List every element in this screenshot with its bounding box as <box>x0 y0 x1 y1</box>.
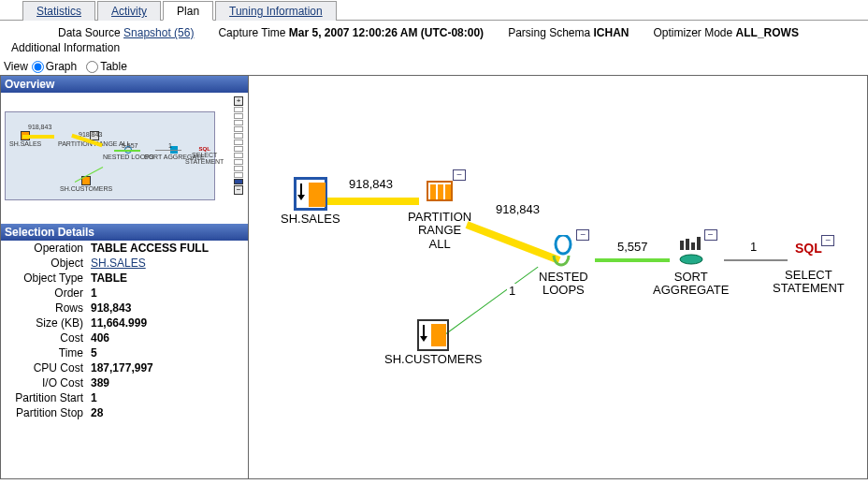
detail-row: Partition Start1 <box>1 390 248 405</box>
view-graph-label: Graph <box>46 60 77 73</box>
detail-row: Rows918,843 <box>1 301 248 316</box>
detail-value: TABLE <box>91 272 127 285</box>
node-select-statement[interactable]: SQL − SELECT STATEMENT <box>773 241 845 296</box>
detail-row: ObjectSH.SALES <box>1 256 248 271</box>
capture-time-label: Capture Time <box>218 26 285 39</box>
nested-loops-icon: − <box>546 235 580 269</box>
detail-label: I/O Cost <box>5 376 91 389</box>
parsing-schema-value: ICHAN <box>594 26 629 39</box>
detail-value: 5 <box>91 346 97 360</box>
collapse-icon[interactable]: − <box>704 229 717 241</box>
detail-label: Cost <box>5 331 91 345</box>
collapse-icon[interactable]: − <box>453 169 466 181</box>
info-bar: Data Source Snapshot (56) Capture Time M… <box>0 21 868 41</box>
detail-label: Object <box>5 257 91 270</box>
edge-label-customers-nested: 1 <box>507 284 517 298</box>
detail-value: 389 <box>91 376 109 389</box>
detail-row: OperationTABLE ACCESS FULL <box>1 241 248 256</box>
zoom-in-button[interactable]: + <box>234 96 243 106</box>
detail-row: Size (KB)11,664.999 <box>1 316 248 330</box>
detail-value: TABLE ACCESS FULL <box>91 242 209 255</box>
tab-activity[interactable]: Activity <box>97 1 161 21</box>
svg-rect-2 <box>691 242 695 250</box>
detail-label: Rows <box>5 301 91 315</box>
collapse-icon[interactable]: − <box>576 229 589 241</box>
detail-row: Object TypeTABLE <box>1 271 248 286</box>
detail-row: Order1 <box>1 286 248 301</box>
sql-icon: SQL − <box>791 241 825 267</box>
node-sh-sales[interactable]: SH.SALES <box>281 177 340 226</box>
selection-details: OperationTABLE ACCESS FULLObjectSH.SALES… <box>1 241 248 420</box>
node-sort-aggregate[interactable]: − SORT AGGREGATE <box>653 235 729 298</box>
detail-row: Partition Stop28 <box>1 405 248 420</box>
node-partition-range-all[interactable]: − PARTITION RANGE ALL <box>408 175 471 251</box>
table-icon <box>294 177 327 211</box>
detail-row: Time5 <box>1 345 248 360</box>
zoom-out-button[interactable]: − <box>234 185 243 195</box>
detail-value: 187,177,997 <box>91 361 153 374</box>
detail-row: Cost406 <box>1 330 248 345</box>
node-sh-customers[interactable]: SH.CUSTOMERS <box>384 319 483 366</box>
collapse-icon[interactable]: − <box>821 235 834 246</box>
capture-time-value: Mar 5, 2007 12:00:26 AM (UTC-08:00) <box>289 26 484 39</box>
view-selector: View Graph Table <box>0 58 868 75</box>
selection-header: Selection Details <box>1 224 248 241</box>
overview-header: Overview <box>1 76 248 93</box>
detail-label: Size (KB) <box>5 316 91 330</box>
parsing-schema-label: Parsing Schema <box>508 26 590 39</box>
detail-label: CPU Cost <box>5 361 91 374</box>
data-source-label: Data Source <box>58 26 121 39</box>
optimizer-mode-value: ALL_ROWS <box>736 26 799 39</box>
edge-label-sort-select: 1 <box>748 240 759 254</box>
detail-value: 11,664.999 <box>91 316 147 330</box>
zoom-thumb[interactable] <box>234 179 243 184</box>
detail-value: 1 <box>91 391 97 404</box>
detail-row: I/O Cost389 <box>1 375 248 390</box>
tab-statistics[interactable]: Statistics <box>22 1 95 21</box>
detail-label: Operation <box>5 242 91 255</box>
view-graph-radio[interactable] <box>32 61 44 73</box>
view-table-radio[interactable] <box>86 61 98 73</box>
tab-plan[interactable]: Plan <box>163 1 213 21</box>
node-nested-loops[interactable]: − NESTED LOOPS <box>539 235 588 298</box>
detail-value: 918,843 <box>91 301 131 315</box>
data-source-link[interactable]: Snapshot (56) <box>123 26 194 39</box>
edge-label-nested-sort: 5,557 <box>615 240 650 254</box>
detail-label: Partition Start <box>5 391 91 404</box>
svg-rect-1 <box>686 239 689 250</box>
detail-label: Time <box>5 346 91 360</box>
zoom-slider[interactable]: + − <box>233 96 244 195</box>
edge-label-sales-partition: 918,843 <box>347 177 395 191</box>
view-label: View <box>4 60 28 73</box>
detail-value: 28 <box>91 406 103 419</box>
view-table-label: Table <box>100 60 127 73</box>
minimap[interactable]: SH.SALES 918,843 PARTITION RANGE ALL 918… <box>5 111 215 200</box>
tab-tuning[interactable]: Tuning Information <box>215 1 337 21</box>
detail-label: Order <box>5 286 91 300</box>
svg-rect-3 <box>697 237 701 250</box>
edge-label-partition-nested: 918,843 <box>494 202 542 216</box>
detail-value: 406 <box>91 331 109 345</box>
plan-diagram[interactable]: 918,843 918,843 1 5,557 1 SH.SALES <box>249 76 867 478</box>
table-icon <box>417 319 449 351</box>
detail-value-link[interactable]: SH.SALES <box>91 257 146 270</box>
partition-icon: − <box>423 175 456 209</box>
sort-icon: − <box>674 235 708 269</box>
svg-rect-0 <box>680 241 684 250</box>
tab-bar: Statistics Activity Plan Tuning Informat… <box>0 0 868 21</box>
detail-label: Object Type <box>5 272 91 285</box>
optimizer-mode-label: Optimizer Mode <box>654 26 733 39</box>
svg-point-4 <box>680 255 702 264</box>
detail-row: CPU Cost187,177,997 <box>1 360 248 375</box>
detail-value: 1 <box>91 286 97 300</box>
overview-panel: SH.SALES 918,843 PARTITION RANGE ALL 918… <box>1 93 248 224</box>
detail-value: SH.SALES <box>91 257 146 270</box>
additional-info-label: Additional Information <box>11 41 120 54</box>
detail-label: Partition Stop <box>5 406 91 419</box>
